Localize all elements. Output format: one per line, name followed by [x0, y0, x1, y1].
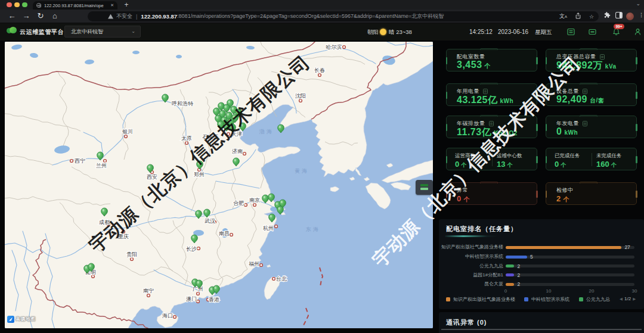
stat-card[interactable]: 年用电量43.125亿kWh [446, 83, 537, 106]
map-layers-button[interactable] [416, 180, 433, 195]
city-dot [244, 204, 247, 207]
stat-card[interactable]: 总变压器总容量942.892万kVa [546, 49, 637, 71]
alert-card-orange[interactable]: 检修中2个 [546, 182, 637, 205]
city-label: 西安 [147, 174, 157, 180]
document-icon [583, 121, 587, 126]
ranking-chart-panel: 配电室排名（任务量） 知识产权出版社气象路业务楼27中科锐智演示系统5公元九九总… [439, 219, 644, 309]
document-icon [489, 121, 494, 126]
alert-card-value: 0个 [457, 194, 470, 204]
city-dot [275, 225, 278, 228]
stat-card[interactable]: 年发电量0kWh [546, 116, 637, 138]
screen-card-icon[interactable] [589, 28, 596, 36]
macos-minimize-button[interactable] [14, 2, 20, 8]
monitor-list-icon[interactable] [567, 28, 575, 36]
bookmark-star-icon[interactable]: ☆ [589, 14, 594, 20]
window-chevron-icon[interactable]: ⌄ [636, 1, 640, 7]
china-map-canvas[interactable]: 渤海黄海东海 哈尔滨长春沈阳呼和浩特太原银川西宁兰州西安郑州济南石家庄天津合肥南… [5, 42, 433, 328]
stat-card-value: 11.73亿Kg CO2 [457, 126, 518, 139]
bar-track [506, 264, 634, 267]
city-label: 太原 [181, 135, 192, 141]
bar-fill[interactable] [506, 283, 514, 286]
back-button[interactable]: ← [7, 11, 17, 21]
macos-close-button[interactable] [7, 2, 12, 8]
translate-icon[interactable]: 文A [559, 13, 567, 20]
city-dot [92, 275, 95, 278]
city-dot [125, 135, 128, 138]
profile-avatar[interactable] [626, 13, 634, 20]
legend-prev-icon[interactable]: ◀ [620, 297, 623, 301]
legend-item[interactable]: 公元九九总 [579, 296, 610, 303]
legend-pagination[interactable]: ◀1/2▶ [618, 296, 637, 301]
stat-dual-card[interactable]: 已完成任务0个未完成任务160个 [546, 148, 637, 170]
bar-fill[interactable] [506, 246, 621, 249]
macos-zoom-button[interactable] [22, 2, 27, 8]
city-dot [197, 300, 200, 303]
city-dot [253, 204, 256, 207]
tab-title: 122.200.93.87:8081/main/ope [44, 3, 108, 8]
org-select-value: 北京中科锐智 [71, 29, 103, 35]
bar-fill[interactable] [506, 256, 527, 259]
alert-card-label: 检修中 [556, 186, 574, 194]
city-label: 台北 [276, 276, 287, 282]
forward-button[interactable]: → [21, 11, 31, 21]
city-dot [343, 46, 346, 49]
city-label: 成都 [99, 219, 110, 225]
alert-card-red[interactable]: 异常0个 [446, 182, 537, 205]
not-secure-label: 不安全 [116, 13, 132, 20]
user-logout-icon[interactable] [634, 28, 642, 36]
stat-card[interactable]: 设备总量92,409台/套 [546, 83, 637, 106]
stat-card[interactable]: 年碳排放量11.73亿Kg CO2 [446, 116, 537, 138]
city-label: 海口 [162, 313, 173, 319]
stat-dual-card[interactable]: 运营商数0个运维中心数13个 [446, 148, 537, 170]
bar-category-label: 益园1#分配B1 [473, 272, 503, 278]
sea-label: 黄海 [295, 168, 309, 174]
home-button[interactable]: ⌂ [50, 11, 60, 21]
browser-menu-kebab-icon[interactable]: ⋮ [639, 12, 644, 20]
city-label: 南昌 [219, 231, 230, 236]
bar-fill[interactable] [506, 264, 514, 267]
tab-close-icon[interactable]: ✕ [110, 3, 114, 8]
new-tab-button[interactable]: + [122, 1, 131, 9]
stat-card-value: 0kWh [556, 126, 578, 137]
legend-item[interactable]: 知识产权出版社气象路业务楼 [446, 296, 515, 303]
document-icon [483, 89, 488, 94]
stat-card[interactable]: 配电室数量3,453个 [446, 49, 537, 71]
reload-button[interactable]: ↻ [36, 11, 45, 21]
comm-error-panel: 通讯异常 (0) [439, 312, 644, 333]
city-label: 澳门 [186, 296, 197, 302]
stat-card-unit: 个 [485, 63, 491, 69]
legend-next-icon[interactable]: ▶ [633, 297, 636, 301]
sun-weather-icon [380, 29, 386, 35]
city-label: 长春 [314, 67, 325, 73]
browser-tab[interactable]: 122.200.93.87:8081/main/ope ✕ [33, 1, 117, 10]
sidebar-icon[interactable] [615, 12, 623, 20]
sea-label: 东海 [305, 226, 320, 232]
legend-label: 知识产权出版社气象路业务楼 [453, 296, 515, 303]
city-dot [299, 99, 302, 102]
sea-label: 渤海 [259, 129, 274, 135]
city-label: 银川 [122, 129, 133, 135]
bar-track [506, 256, 634, 259]
org-select-dropdown[interactable]: 北京中科锐智 ⌄ [64, 26, 141, 38]
map-container[interactable]: 渤海黄海东海 哈尔滨长春沈阳呼和浩特太原银川西宁兰州西安郑州济南石家庄天津合肥南… [5, 42, 433, 328]
address-bar[interactable]: 不安全 | 122.200.93.87 :8081/main/operation… [88, 11, 599, 21]
stat-card-value: 92,409台/套 [556, 94, 604, 105]
url-host: 122.200.93.87 [141, 13, 177, 20]
legend-item[interactable]: 中科锐智演示系统 [524, 296, 569, 303]
stat-cell-value: 0个 [455, 160, 466, 169]
alert-card-label: 异常 [457, 186, 468, 194]
city-dot [70, 160, 73, 163]
bar-fill[interactable] [506, 273, 514, 276]
share-icon[interactable] [575, 13, 581, 20]
stat-cell-label: 运维中心数 [497, 153, 522, 160]
extensions-puzzle-icon[interactable] [604, 12, 611, 20]
bar-value: 27 [624, 244, 630, 250]
stat-card-unit: kVa [605, 63, 617, 70]
app-title: 云运维监管平台 [20, 28, 64, 36]
bar-row: 昆仑大厦2 [439, 281, 644, 287]
amap-logo-text: 高德地图 [16, 316, 36, 322]
city-label: 呼和浩特 [172, 101, 193, 107]
stat-card-unit: kWh [500, 98, 513, 104]
city-label: 南京 [249, 197, 260, 203]
city-label: 长沙 [186, 246, 197, 252]
